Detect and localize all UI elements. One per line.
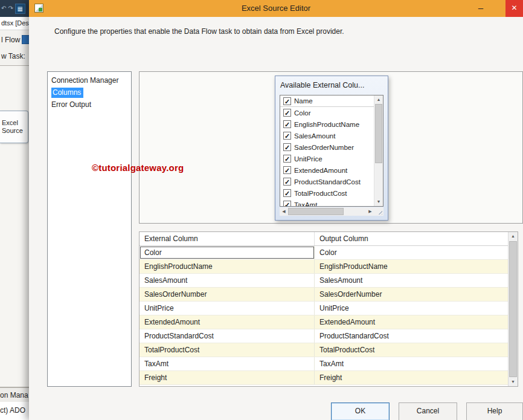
redo-icon[interactable]: ↷ — [8, 5, 13, 11]
checkbox-checked[interactable]: ✓ — [283, 155, 291, 163]
table-row[interactable]: SalesOrderNumber SalesOrderNumber — [140, 288, 508, 302]
toolbox-icon[interactable]: ▦ — [15, 4, 25, 14]
output-column-cell[interactable]: Color — [315, 246, 508, 259]
available-column-label: EnglishProductName — [294, 121, 359, 128]
available-column-row[interactable]: ✓ SalesOrderNumber — [280, 141, 374, 153]
available-column-row[interactable]: ✓ Color — [280, 107, 374, 118]
vs-designer-background: ↶ ↷ ▦ dtsx [Desi l Flow w Task: Excel So… — [0, 0, 29, 420]
external-column-cell[interactable]: EnglishProductName — [140, 260, 315, 273]
available-column-row[interactable]: ✓ EnglishProductName — [280, 118, 374, 130]
excel-source-editor-dialog: Excel Source Editor – ✕ Configure the pr… — [29, 0, 523, 420]
document-tab-fragment[interactable]: dtsx [Desi — [0, 17, 29, 30]
dialog-description: Configure the properties that enable the… — [54, 27, 344, 36]
external-column-cell[interactable]: TotalProductCost — [140, 343, 315, 357]
column-header-label: Name — [294, 97, 313, 105]
vertical-scrollbar[interactable]: ▲ ▼ — [374, 95, 383, 206]
excel-source-component[interactable]: Excel Source — [0, 111, 28, 143]
dialog-titlebar[interactable]: Excel Source Editor – ✕ — [29, 0, 523, 17]
output-column-header[interactable]: Output Column — [315, 232, 508, 245]
scroll-right-icon[interactable]: ▶ — [366, 207, 374, 216]
pages-list: Connection Manager Columns Error Output — [47, 71, 132, 387]
undo-icon[interactable]: ↶ — [1, 5, 6, 11]
available-column-row[interactable]: ✓ TotalProductCost — [280, 187, 374, 199]
nav-item-connection-manager[interactable]: Connection Manager — [51, 74, 131, 86]
available-columns-rows: ✓ Name ✓ Color ✓ EnglishProductName ✓ Sa… — [280, 95, 374, 206]
external-column-cell[interactable]: SalesOrderNumber — [140, 288, 315, 301]
close-button[interactable]: ✕ — [505, 0, 523, 17]
table-row[interactable]: TotalProductCost TotalProductCost — [140, 343, 508, 357]
external-column-cell[interactable]: TaxAmt — [140, 357, 315, 370]
dialog-title: Excel Source Editor — [29, 4, 523, 13]
grid-header-row: External Column Output Column — [140, 232, 508, 246]
nav-label: Connection Manager — [51, 76, 118, 85]
output-column-cell[interactable]: ProductStandardCost — [315, 329, 508, 343]
external-column-cell[interactable]: UnitPrice — [140, 302, 315, 315]
available-external-columns-window[interactable]: Available External Colu... ✓ Name ✓ Colo… — [275, 76, 388, 221]
control-flow-label: l Flow — [1, 36, 20, 44]
scroll-up-icon[interactable]: ▲ — [509, 232, 518, 241]
table-row[interactable]: TaxAmt TaxAmt — [140, 357, 508, 371]
available-column-row[interactable]: ✓ SalesAmount — [280, 130, 374, 141]
control-flow-tab-fragment[interactable]: l Flow — [0, 31, 29, 46]
table-row[interactable]: SalesAmount SalesAmount — [140, 274, 508, 288]
output-column-cell[interactable]: ExtendedAmount — [315, 315, 508, 329]
checkbox-checked[interactable]: ✓ — [283, 178, 291, 186]
scroll-left-icon[interactable]: ◀ — [280, 207, 288, 216]
available-column-row[interactable]: ✓ ExtendedAmount — [280, 164, 374, 176]
output-column-cell[interactable]: Freight — [315, 371, 508, 384]
external-column-cell[interactable]: Color — [140, 246, 315, 259]
ok-button[interactable]: OK — [331, 402, 390, 420]
nav-item-error-output[interactable]: Error Output — [51, 99, 131, 111]
scroll-down-icon[interactable]: ▼ — [374, 198, 383, 206]
checkbox-checked[interactable]: ✓ — [283, 109, 291, 117]
available-column-label: ProductStandardCost — [294, 178, 361, 186]
scroll-up-icon[interactable]: ▲ — [374, 95, 383, 104]
external-column-cell[interactable]: Freight — [140, 371, 315, 384]
checkbox-checked[interactable]: ✓ — [283, 189, 291, 197]
table-row[interactable]: UnitPrice UnitPrice — [140, 302, 508, 315]
output-column-cell[interactable]: TaxAmt — [315, 357, 508, 370]
minimize-button[interactable]: – — [467, 0, 494, 17]
cancel-button[interactable]: Cancel — [399, 402, 457, 420]
checkbox-checked[interactable]: ✓ — [283, 120, 291, 128]
output-column-cell[interactable]: TotalProductCost — [315, 343, 508, 357]
scrollbar-thumb[interactable] — [375, 104, 382, 163]
output-column-cell[interactable]: SalesAmount — [315, 274, 508, 287]
select-all-checkbox-checked[interactable]: ✓ — [283, 97, 291, 105]
checkbox-checked[interactable]: ✓ — [283, 166, 291, 174]
available-column-label: TaxAmt — [294, 201, 317, 207]
connection-managers-header-fragment: on Mana — [0, 387, 29, 402]
table-row[interactable]: EnglishProductName EnglishProductName — [140, 260, 508, 274]
output-column-cell[interactable]: SalesOrderNumber — [315, 288, 508, 301]
available-column-label: SalesOrderNumber — [294, 144, 354, 151]
available-column-row[interactable]: ✓ UnitPrice — [280, 153, 374, 164]
connection-manager-item-fragment[interactable]: ct) ADO — [0, 402, 29, 420]
table-row[interactable]: ProductStandardCost ProductStandardCost — [140, 329, 508, 343]
checkbox-checked[interactable]: ✓ — [283, 201, 291, 206]
table-row[interactable]: ExtendedAmount ExtendedAmount — [140, 315, 508, 329]
output-column-cell[interactable]: EnglishProductName — [315, 260, 508, 273]
resize-grip-icon[interactable] — [374, 207, 383, 216]
checkbox-checked[interactable]: ✓ — [283, 143, 291, 151]
grid-vertical-scrollbar[interactable]: ▲ ▼ — [508, 232, 518, 386]
table-row[interactable]: Freight Freight — [140, 371, 508, 385]
external-column-header[interactable]: External Column — [140, 232, 315, 245]
horizontal-scrollbar[interactable]: ◀ ▶ — [280, 207, 374, 216]
table-row[interactable]: Color Color — [140, 246, 508, 260]
available-column-row[interactable]: ✓ ProductStandardCost — [280, 176, 374, 187]
watermark-text: ©tutorialgateway.org — [92, 163, 184, 173]
output-column-cell[interactable]: UnitPrice — [315, 302, 508, 315]
scrollbar-thumb[interactable] — [509, 241, 517, 377]
scroll-down-icon[interactable]: ▼ — [509, 378, 518, 386]
scrollbar-thumb[interactable] — [288, 208, 344, 215]
external-column-cell[interactable]: SalesAmount — [140, 274, 315, 287]
checkbox-checked[interactable]: ✓ — [283, 132, 291, 140]
select-all-row[interactable]: ✓ Name — [280, 95, 374, 107]
external-column-cell[interactable]: ProductStandardCost — [140, 329, 315, 343]
help-button[interactable]: Help — [466, 402, 523, 420]
vs-titlebar-fragment: ↶ ↷ ▦ — [0, 0, 29, 17]
nav-item-columns[interactable]: Columns — [51, 86, 131, 99]
available-column-row[interactable]: ✓ TaxAmt — [280, 199, 374, 206]
external-column-cell[interactable]: ExtendedAmount — [140, 315, 315, 329]
design-surface: Excel Source — [0, 66, 29, 386]
